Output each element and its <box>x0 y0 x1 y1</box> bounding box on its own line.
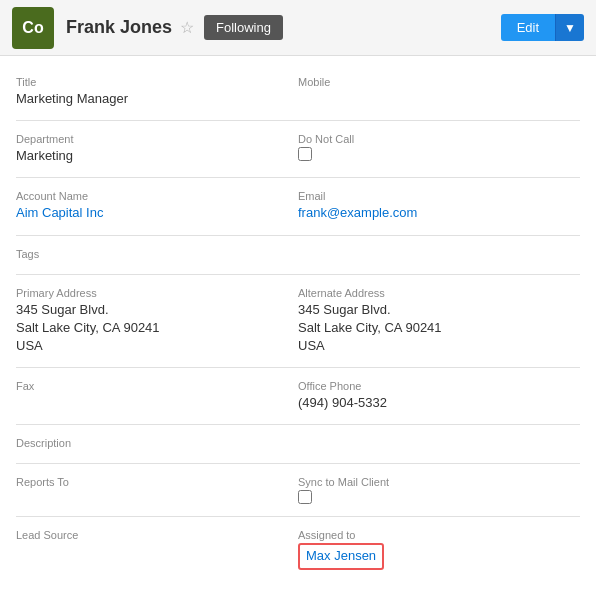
edit-dropdown-button[interactable]: ▼ <box>555 14 584 41</box>
content-area: Title Marketing Manager Mobile Departmen… <box>0 56 596 590</box>
reports-to-label: Reports To <box>16 476 286 488</box>
divider-2 <box>16 177 580 178</box>
email-label: Email <box>298 190 568 202</box>
avatar: Co <box>12 7 54 49</box>
tags-label: Tags <box>16 248 286 260</box>
account-name-label: Account Name <box>16 190 286 202</box>
department-value: Marketing <box>16 147 286 165</box>
field-description-right <box>298 429 580 459</box>
field-office-phone: Office Phone (494) 904-5332 <box>298 372 580 420</box>
fax-label: Fax <box>16 380 286 392</box>
office-phone-value: (494) 904-5332 <box>298 394 568 412</box>
assigned-to-box: Max Jensen <box>298 543 384 569</box>
do-not-call-checkbox[interactable] <box>298 147 312 161</box>
description-label: Description <box>16 437 286 449</box>
department-label: Department <box>16 133 286 145</box>
divider-5 <box>16 367 580 368</box>
assigned-to-value[interactable]: Max Jensen <box>306 548 376 563</box>
following-button[interactable]: Following <box>204 15 283 40</box>
title-label: Title <box>16 76 286 88</box>
field-tags: Tags <box>16 240 298 270</box>
office-phone-label: Office Phone <box>298 380 568 392</box>
field-alternate-address: Alternate Address 345 Sugar Blvd. Salt L… <box>298 279 580 364</box>
field-sync-to-mail: Sync to Mail Client <box>298 468 580 512</box>
account-name-value[interactable]: Aim Capital Inc <box>16 204 286 222</box>
field-fax: Fax <box>16 372 298 420</box>
divider-1 <box>16 120 580 121</box>
alternate-address-label: Alternate Address <box>298 287 568 299</box>
field-description: Description <box>16 429 298 459</box>
field-email: Email frank@example.com <box>298 182 580 230</box>
sync-to-mail-checkbox[interactable] <box>298 490 312 504</box>
alternate-address-line2: Salt Lake City, CA 90241 <box>298 319 568 337</box>
primary-address-line3: USA <box>16 337 286 355</box>
divider-4 <box>16 274 580 275</box>
divider-3 <box>16 235 580 236</box>
edit-button[interactable]: Edit <box>501 14 555 41</box>
do-not-call-label: Do Not Call <box>298 133 568 145</box>
primary-address-label: Primary Address <box>16 287 286 299</box>
sync-to-mail-checkbox-wrap <box>298 490 568 504</box>
field-title: Title Marketing Manager <box>16 68 298 116</box>
header: Co Frank Jones ☆ Following Edit ▼ <box>0 0 596 56</box>
alternate-address-line1: 345 Sugar Blvd. <box>298 301 568 319</box>
sync-to-mail-label: Sync to Mail Client <box>298 476 568 488</box>
field-lead-source: Lead Source <box>16 521 298 577</box>
primary-address-line1: 345 Sugar Blvd. <box>16 301 286 319</box>
alternate-address-line3: USA <box>298 337 568 355</box>
field-do-not-call: Do Not Call <box>298 125 580 173</box>
assigned-to-label: Assigned to <box>298 529 568 541</box>
divider-6 <box>16 424 580 425</box>
mobile-label: Mobile <box>298 76 568 88</box>
divider-8 <box>16 516 580 517</box>
field-mobile: Mobile <box>298 68 580 116</box>
field-primary-address: Primary Address 345 Sugar Blvd. Salt Lak… <box>16 279 298 364</box>
field-department: Department Marketing <box>16 125 298 173</box>
primary-address-line2: Salt Lake City, CA 90241 <box>16 319 286 337</box>
lead-source-label: Lead Source <box>16 529 286 541</box>
title-value: Marketing Manager <box>16 90 286 108</box>
field-reports-to: Reports To <box>16 468 298 512</box>
star-icon[interactable]: ☆ <box>180 18 194 37</box>
fields-grid: Title Marketing Manager Mobile Departmen… <box>16 68 580 578</box>
email-value[interactable]: frank@example.com <box>298 204 568 222</box>
divider-7 <box>16 463 580 464</box>
edit-button-group: Edit ▼ <box>501 14 584 41</box>
field-tags-right <box>298 240 580 270</box>
field-account-name: Account Name Aim Capital Inc <box>16 182 298 230</box>
contact-name: Frank Jones <box>66 17 172 38</box>
do-not-call-checkbox-wrap <box>298 147 568 161</box>
field-assigned-to: Assigned to Max Jensen <box>298 521 580 577</box>
